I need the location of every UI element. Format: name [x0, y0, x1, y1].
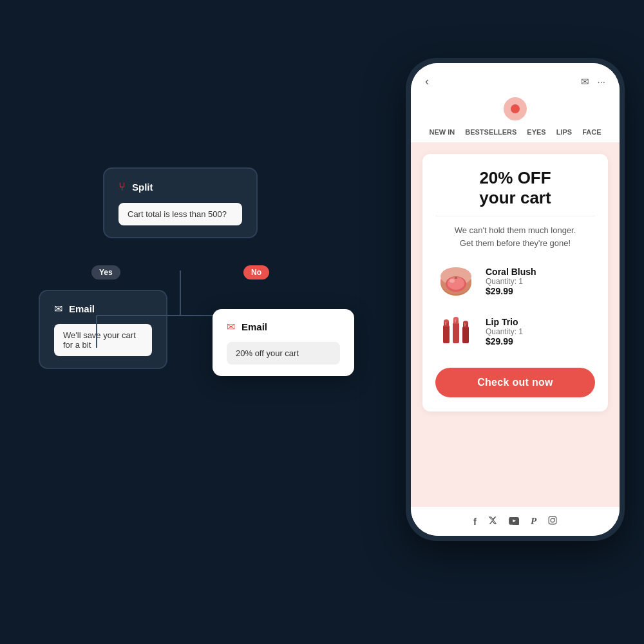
phone-nav: NEW IN BESTSELLERS EYES LIPS FACE [411, 126, 620, 142]
svg-rect-20 [445, 322, 446, 325]
email-node-right: ✉ Email 20% off your cart [213, 309, 354, 376]
product-price-1: $29.99 [486, 286, 536, 296]
svg-rect-14 [453, 323, 459, 343]
svg-point-25 [554, 518, 555, 519]
svg-rect-11 [443, 325, 450, 343]
logo-circle [504, 97, 527, 120]
split-node: ⑂ Split Cart total is less than 500? [103, 167, 258, 238]
divider [435, 216, 595, 216]
product-name-1: Coral Blush [486, 267, 536, 277]
email-left-title: Email [69, 303, 95, 314]
product-qty-1: Quantity: 1 [486, 277, 536, 286]
product-qty-2: Quantity: 1 [486, 327, 523, 336]
product-price-2: $29.99 [486, 336, 523, 346]
coral-blush-image [435, 261, 477, 302]
svg-rect-23 [549, 516, 556, 524]
coral-blush-info: Coral Blush Quantity: 1 $29.99 [486, 267, 536, 296]
email-node-left: ✉ Email We'll save your cart for a bit [39, 290, 167, 369]
product-name-2: Lip Trio [486, 317, 523, 327]
svg-rect-22 [464, 323, 466, 327]
email-right-title: Email [242, 321, 267, 332]
phone-screen: ‹ ✉ ··· NEW IN BESTSELLERS EYES LIPS FAC… [411, 63, 620, 536]
lip-trio-image [435, 311, 477, 352]
email-left-icon: ✉ [54, 303, 62, 315]
nav-face[interactable]: FACE [582, 128, 601, 136]
checkout-button[interactable]: Check out now [435, 368, 595, 397]
youtube-icon[interactable] [509, 516, 519, 527]
product-lip-trio: Lip Trio Quantity: 1 $29.99 [435, 311, 595, 352]
connectors: Yes No [39, 238, 322, 290]
email-left-content: We'll save your cart for a bit [54, 324, 152, 356]
more-icon[interactable]: ··· [597, 76, 605, 87]
topbar-icons-right: ✉ ··· [581, 76, 605, 88]
instagram-icon[interactable] [548, 516, 557, 527]
pinterest-icon[interactable]: P [531, 516, 536, 527]
back-icon[interactable]: ‹ [425, 75, 429, 88]
product-coral-blush: Coral Blush Quantity: 1 $29.99 [435, 261, 595, 302]
phone-footer: f P [411, 507, 620, 536]
phone-mockup: ‹ ✉ ··· NEW IN BESTSELLERS EYES LIPS FAC… [406, 58, 625, 541]
email-subtitle: We can't hold them much longer.Get them … [435, 224, 595, 249]
svg-rect-10 [455, 277, 457, 279]
split-condition: Cart total is less than 500? [118, 203, 242, 225]
email-right-icon: ✉ [227, 321, 235, 333]
svg-rect-17 [462, 327, 469, 343]
phone-topbar: ‹ ✉ ··· [411, 63, 620, 95]
lip-trio-info: Lip Trio Quantity: 1 $29.99 [486, 317, 523, 346]
mail-icon[interactable]: ✉ [581, 76, 589, 88]
phone-email-content: 20% OFFyour cart We can't hold them much… [411, 142, 620, 507]
brand-logo [411, 95, 620, 126]
phone-frame: ‹ ✉ ··· NEW IN BESTSELLERS EYES LIPS FAC… [406, 58, 625, 541]
discount-title: 20% OFFyour cart [435, 168, 595, 208]
no-label: No [243, 265, 269, 279]
svg-point-24 [551, 518, 554, 522]
split-icon: ⑂ [118, 180, 126, 194]
svg-rect-21 [455, 319, 456, 323]
nav-new-in[interactable]: NEW IN [430, 128, 455, 136]
nav-bestsellers[interactable]: BESTSELLERS [465, 128, 516, 136]
svg-point-9 [450, 279, 455, 283]
email-right-content: 20% off your cart [227, 342, 340, 365]
twitter-icon[interactable] [488, 516, 497, 527]
nav-eyes[interactable]: EYES [527, 128, 545, 136]
facebook-icon[interactable]: f [473, 516, 477, 527]
email-card: 20% OFFyour cart We can't hold them much… [422, 154, 608, 412]
nav-lips[interactable]: LIPS [556, 128, 572, 136]
split-node-title: Split [132, 182, 153, 193]
yes-label: Yes [91, 265, 120, 279]
